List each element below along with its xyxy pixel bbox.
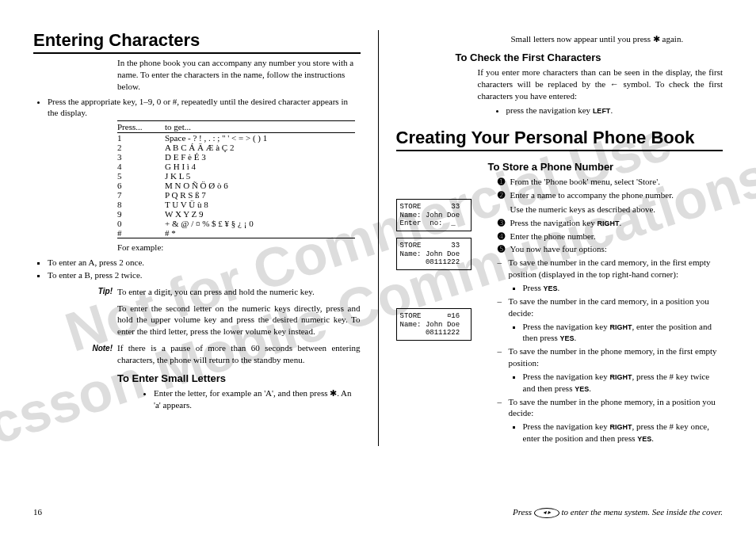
table-header: Press... to get... xyxy=(117,121,355,133)
char-table: Press... to get... 1Space - ? ! , . : ; … xyxy=(117,120,355,238)
table-row: 8T U V Ü ù 8 xyxy=(117,200,355,209)
table-row: 4G H I ì 4 xyxy=(117,162,355,171)
table-row: 1Space - ? ! , . : ; " ' < = > ( ) 1 xyxy=(117,133,355,143)
example-item: To enter an A, press 2 once. xyxy=(48,257,361,269)
step-4: ➍Enter the phone number. xyxy=(498,231,724,242)
options-list: To save the number in the card memory, i… xyxy=(498,257,724,444)
for-example: For example: xyxy=(117,242,361,254)
step-2-sub: Use the numeric keys as described above. xyxy=(510,204,724,216)
small-letters-section: To Enter Small Letters Enter the letter,… xyxy=(117,372,361,411)
nav-key-icon: ◂ ▸ xyxy=(534,508,559,518)
tip-block: Tip! To enter a digit, you can press and… xyxy=(33,286,361,298)
heading-entering-characters: Entering Characters xyxy=(33,30,361,54)
check-body: If you enter more characters than can be… xyxy=(478,67,724,102)
heading-creating-phonebook: Creating Your Personal Phone Book xyxy=(396,128,724,151)
page-number: 16 xyxy=(33,507,42,518)
intro-text: In the phone book you can accompany any … xyxy=(117,57,361,93)
store-steps: ➊From the 'Phone book' menu, select 'Sto… xyxy=(498,176,724,255)
heading-check-chars: To Check the First Characters xyxy=(456,51,724,63)
cont-small-letters: Small letters now appear until you press… xyxy=(511,33,724,45)
note-block: Note! If there is a pause of more than 6… xyxy=(33,342,361,366)
second-letter-para: To enter the second letter on the numeri… xyxy=(117,303,361,338)
content-columns: Entering Characters In the phone book yo… xyxy=(33,30,723,446)
table-row: 9W X Y Z 9 xyxy=(117,209,355,219)
heading-store-number: To Store a Phone Number xyxy=(488,161,724,173)
option-4: To save the number in the phone memory, … xyxy=(498,396,724,444)
tip-label: Tip! xyxy=(33,286,113,296)
left-column: Entering Characters In the phone book yo… xyxy=(33,30,378,446)
table-row: 5J K L 5 xyxy=(117,171,355,181)
table-row: 2A B C Á Ä Æ à Ç 2 xyxy=(117,143,355,152)
right-column: Small letters now appear until you press… xyxy=(379,30,724,446)
footer-hint: Press ◂ ▸ to enter the menu system. See … xyxy=(513,507,723,518)
table-row: ## * xyxy=(117,228,355,238)
intro-bullet: Press the appropriate key, 1–9, 0 or #, … xyxy=(48,96,361,120)
store-content: To Store a Phone Number ➊From the 'Phone… xyxy=(488,154,724,446)
page-footer: 16 Press ◂ ▸ to enter the menu system. S… xyxy=(33,507,723,518)
store-section: STORE 33 Name: John Doe Enter no: _ STOR… xyxy=(396,154,724,446)
intro-bullet-list: Press the appropriate key, 1–9, 0 or #, … xyxy=(33,96,361,120)
check-bullet: press the navigation key LEFT. xyxy=(506,105,724,116)
option-1-action: Press YES. xyxy=(523,282,724,294)
option-2: To save the number in the card memory, i… xyxy=(498,296,724,344)
example-list: To enter an A, press 2 once. To enter a … xyxy=(33,257,361,281)
table-row: 7P Q R S ß 7 xyxy=(117,190,355,200)
small-letters-list: Enter the letter, for example an 'A', an… xyxy=(139,387,361,411)
lcd-stack: STORE 33 Name: John Doe Enter no: _ STOR… xyxy=(396,154,480,347)
step-1: ➊From the 'Phone book' menu, select 'Sto… xyxy=(498,176,724,188)
option-1: To save the number in the card memory, i… xyxy=(498,257,724,294)
th-press: Press... xyxy=(117,122,165,132)
table-row: 6M N O Ñ Ö Ø ò 6 xyxy=(117,181,355,190)
small-letters-item: Enter the letter, for example an 'A', an… xyxy=(154,387,361,411)
check-section: To Check the First Characters If you ent… xyxy=(456,51,724,116)
note-label: Note! xyxy=(33,342,113,354)
lcd-screen-1: STORE 33 Name: John Doe Enter no: _ xyxy=(396,199,472,231)
step-5: ➎You now have four options: xyxy=(498,243,724,255)
tip-body: To enter a digit, you can press and hold… xyxy=(117,286,361,298)
option-3: To save the number in the phone memory, … xyxy=(498,345,724,394)
option-2-action: Press the navigation key RIGHT, enter th… xyxy=(523,321,724,345)
option-4-action: Press the navigation key RIGHT, press th… xyxy=(523,421,724,444)
step-3: ➌Press the navigation key RIGHT. xyxy=(498,217,724,229)
lcd-screen-2: STORE 33 Name: John Doe 08111222 xyxy=(396,238,472,270)
heading-small-letters: To Enter Small Letters xyxy=(117,372,361,384)
table-row: 3D E F è É 3 xyxy=(117,152,355,162)
example-item: To enter a B, press 2 twice. xyxy=(48,269,361,281)
note-body: If there is a pause of more than 60 seco… xyxy=(117,342,361,366)
th-toget: to get... xyxy=(165,122,355,132)
lcd-screen-3: STORE ¤16 Name: John Doe 08111222 xyxy=(396,308,472,341)
option-3-action: Press the navigation key RIGHT, press th… xyxy=(523,371,724,395)
check-bullet-list: press the navigation key LEFT. xyxy=(492,105,724,116)
table-row: 0+ & @ / ¤ % $ £ ¥ § ¿ ¡ 0 xyxy=(117,219,355,228)
step-2: ➋Enter a name to accompany the phone num… xyxy=(498,189,724,216)
